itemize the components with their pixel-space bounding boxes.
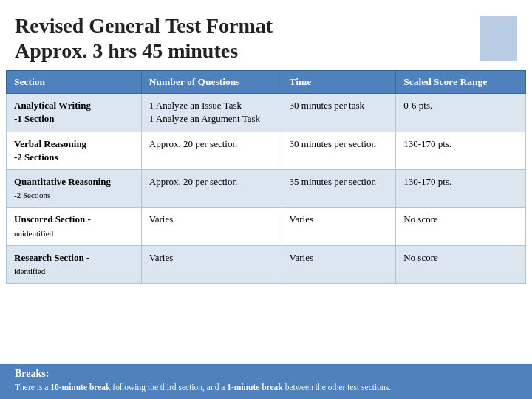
- cell-section: Analytical Writing-1 Section: [7, 94, 142, 132]
- page-wrapper: Revised General Test Format Approx. 3 hr…: [0, 0, 532, 399]
- table-row: Research Section -identifiedVariesVaries…: [7, 245, 526, 283]
- cell-section: Unscored Section -unidentified: [7, 208, 142, 245]
- table-row: Quantitative Reasoning-2 SectionsApprox.…: [7, 169, 526, 207]
- cell-time: Varies: [282, 208, 396, 245]
- cell-section: Verbal Reasoning-2 Sections: [7, 132, 142, 169]
- table-row: Unscored Section -unidentifiedVariesVari…: [7, 208, 526, 245]
- section-sub-bold: -2 Sections: [14, 151, 58, 163]
- section-sub: -2 Sections: [14, 191, 50, 200]
- cell-questions: Approx. 20 per section: [141, 132, 282, 169]
- cell-score: 0-6 pts.: [396, 94, 526, 132]
- cell-time: 35 minutes per section: [282, 169, 396, 207]
- cell-questions: 1 Analyze an Issue Task 1 Analyze an Arg…: [141, 94, 282, 132]
- section-name: Unscored Section -: [14, 214, 91, 225]
- table-row: Verbal Reasoning-2 SectionsApprox. 20 pe…: [7, 132, 526, 169]
- header-title-line1: Revised General Test Format: [15, 13, 273, 38]
- section-name: Research Section -: [14, 252, 89, 263]
- breaks-text-1: There is a: [15, 383, 50, 392]
- cell-time: 30 minutes per task: [282, 94, 396, 132]
- table-row: Analytical Writing-1 Section1 Analyze an…: [7, 94, 526, 132]
- cell-score: No score: [396, 208, 526, 245]
- col-header-section: Section: [7, 71, 142, 94]
- section-sub: unidentified: [14, 229, 53, 238]
- cell-questions: Varies: [141, 245, 282, 283]
- col-header-score: Scaled Score Range: [396, 71, 526, 94]
- col-header-time: Time: [282, 71, 396, 94]
- table-wrapper: Section Number of Questions Time Scaled …: [0, 70, 532, 364]
- breaks-bold-2: 1-minute break: [227, 383, 283, 392]
- col-header-questions: Number of Questions: [141, 71, 282, 94]
- breaks-title: Breaks:: [15, 368, 517, 380]
- cell-section: Research Section -identified: [7, 245, 142, 283]
- section-name: Quantitative Reasoning: [14, 176, 111, 187]
- header-text: Revised General Test Format Approx. 3 hr…: [15, 13, 273, 63]
- cell-score: 130-170 pts.: [396, 132, 526, 169]
- cell-score: No score: [396, 245, 526, 283]
- cell-questions: Varies: [141, 208, 282, 245]
- table-header-row: Section Number of Questions Time Scaled …: [7, 71, 526, 94]
- main-table: Section Number of Questions Time Scaled …: [6, 70, 526, 284]
- section-sub: identified: [14, 267, 45, 276]
- header-title-line2: Approx. 3 hrs 45 minutes: [15, 38, 273, 64]
- breaks-text-2: following the third section, and a: [110, 383, 227, 392]
- cell-questions: Approx. 20 per section: [141, 169, 282, 207]
- breaks-text: There is a 10-minute break following the…: [15, 381, 517, 393]
- section-sub-bold: -1 Section: [14, 113, 55, 124]
- cell-section: Quantitative Reasoning-2 Sections: [7, 169, 142, 207]
- header-decoration: [480, 16, 517, 61]
- cell-score: 130-170 pts.: [396, 169, 526, 207]
- cell-time: 30 minutes per section: [282, 132, 396, 169]
- breaks-bold-1: 10-minute break: [50, 383, 110, 392]
- header-section: Revised General Test Format Approx. 3 hr…: [0, 0, 532, 70]
- footer-section: Breaks: There is a 10-minute break follo…: [0, 364, 532, 399]
- breaks-text-3: between the other test sections.: [283, 383, 391, 392]
- section-name: Verbal Reasoning: [14, 138, 86, 149]
- section-name: Analytical Writing: [14, 100, 91, 111]
- cell-time: Varies: [282, 245, 396, 283]
